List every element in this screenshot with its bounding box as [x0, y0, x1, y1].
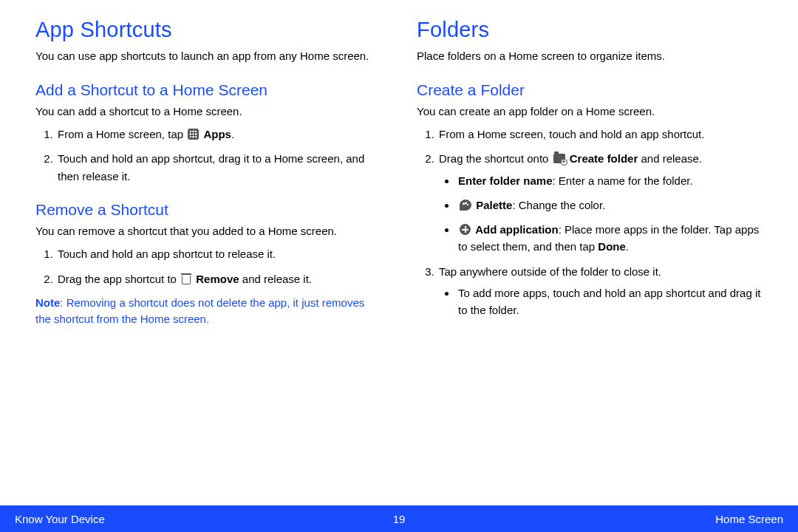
left-column: App Shortcuts You can use app shortcuts … — [35, 18, 381, 497]
bold-label: Palette — [476, 199, 512, 211]
note: Note: Removing a shortcut does not delet… — [35, 295, 381, 328]
list-item: Palette: Change the color. — [457, 197, 763, 214]
ordered-list: Touch and hold an app shortcut to releas… — [35, 245, 381, 287]
list-item: To add more apps, touch and hold an app … — [457, 284, 763, 319]
note-text: : Removing a shortcut does not delete th… — [35, 296, 364, 326]
list-item: From a Home screen, touch and hold an ap… — [437, 126, 763, 143]
list-item: Drag the app shortcut to Remove and rele… — [56, 270, 381, 287]
bullet-list: To add more apps, touch and hold an app … — [439, 284, 763, 319]
bold-label: Apps — [203, 128, 231, 140]
heading-remove-shortcut: Remove a Shortcut — [35, 201, 381, 219]
note-label: Note — [35, 296, 60, 309]
text: and release it. — [239, 273, 312, 285]
bullet-list: Enter folder name: Enter a name for the … — [439, 172, 763, 256]
bold-label: Create folder — [570, 152, 638, 165]
text: : Change the color. — [512, 199, 605, 211]
paragraph: You can add a shortcut to a Home screen. — [35, 103, 381, 120]
list-item: Enter folder name: Enter a name for the … — [457, 172, 763, 189]
heading-create-folder: Create a Folder — [417, 81, 763, 99]
heading-add-shortcut: Add a Shortcut to a Home Screen — [35, 81, 381, 99]
list-item: Tap anywhere outside of the folder to cl… — [437, 263, 763, 319]
text: . — [626, 240, 629, 253]
ordered-list: From a Home screen, touch and hold an ap… — [417, 126, 763, 318]
bold-label: Done — [598, 240, 626, 253]
bold-label: Remove — [196, 273, 239, 285]
list-item: From a Home screen, tap Apps. — [56, 126, 381, 143]
text: Drag the shortcut onto — [439, 152, 552, 165]
right-column: Folders Place folders on a Home screen t… — [417, 18, 763, 497]
bold-label: Enter folder name — [458, 174, 553, 187]
page-number: 19 — [393, 513, 406, 525]
paragraph: You can use app shortcuts to launch an a… — [35, 48, 381, 65]
footer-left: Know Your Device — [15, 513, 105, 525]
ordered-list: From a Home screen, tap Apps. Touch and … — [35, 126, 381, 185]
list-item: Touch and hold an app shortcut, drag it … — [56, 150, 381, 185]
heading-app-shortcuts: App Shortcuts — [35, 18, 381, 42]
apps-grid-icon — [188, 129, 199, 140]
paragraph: Place folders on a Home screen to organi… — [417, 48, 763, 65]
bold-label: Add application — [475, 223, 559, 236]
create-folder-icon — [553, 154, 565, 163]
text: Drag the app shortcut to — [58, 273, 180, 285]
page-content: App Shortcuts You can use app shortcuts … — [0, 0, 798, 505]
palette-icon — [460, 200, 471, 211]
text: . — [231, 128, 234, 140]
page-footer: Know Your Device 19 Home Screen — [0, 505, 798, 532]
trash-icon — [181, 273, 191, 284]
list-item: Add application: Place more apps in the … — [457, 221, 763, 256]
text: : Enter a name for the folder. — [553, 174, 693, 187]
text: From a Home screen, tap — [58, 128, 186, 140]
add-application-icon — [460, 224, 471, 235]
list-item: Drag the shortcut onto Create folder and… — [437, 150, 763, 255]
list-item: Touch and hold an app shortcut to releas… — [56, 245, 381, 262]
heading-folders: Folders — [417, 18, 763, 42]
text: Tap anywhere outside of the folder to cl… — [439, 265, 661, 278]
paragraph: You can create an app folder on a Home s… — [417, 103, 763, 120]
text: and release. — [638, 152, 702, 165]
paragraph: You can remove a shortcut that you added… — [35, 223, 381, 240]
footer-right: Home Screen — [715, 513, 783, 525]
